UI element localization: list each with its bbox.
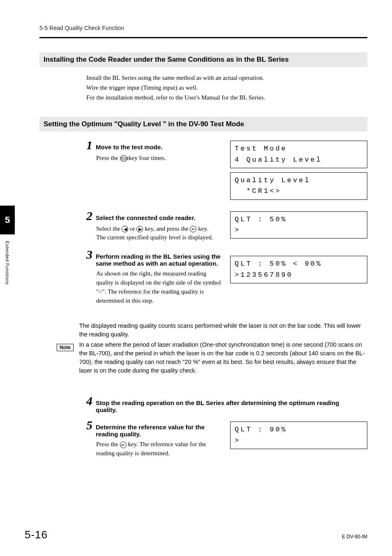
doc-id: E DV-90-IM — [342, 534, 367, 540]
lcd-2-l2: *CR1<> — [235, 187, 281, 195]
chapter-label: Extended Functions — [5, 241, 10, 285]
step-5-number: 5 — [86, 419, 92, 431]
note-p1: The displayed reading quality counts sca… — [79, 322, 367, 339]
right-arrow-key-icon: ▶ — [136, 226, 143, 232]
step-2-text-a: Select the — [96, 225, 122, 232]
lcd-5-l2: > — [235, 437, 240, 445]
step-5-body: Press the ↵ key. The reference value for… — [96, 440, 222, 458]
section-heading-2: Setting the Optimum "Quality Level " in … — [39, 117, 367, 132]
lcd-3-l1: QLT : 50% — [235, 215, 287, 223]
step-2-text-d: key. — [196, 225, 208, 232]
step-3-number: 3 — [86, 248, 92, 261]
step-2-heading: 2 Select the connected code reader. — [86, 210, 222, 222]
lcd-box-3: QLT : 50% > — [230, 211, 367, 239]
step-3-heading: 3 Perform reading in the BL Series using… — [86, 248, 222, 267]
step-2-text-b: or — [128, 225, 136, 232]
step-2-text-c: key, and press the — [143, 225, 190, 232]
step-5-title: Determine the reference value for the re… — [96, 424, 222, 438]
step-1-number: 1 — [86, 139, 92, 151]
enter-key-icon-2: ↵ — [120, 442, 127, 448]
step-2-body: Select the ◀ or ▶ key, and press the ↵ k… — [96, 225, 222, 243]
step-2-title: Select the connected code reader. — [96, 214, 222, 221]
step-5-heading: 5 Determine the reference value for the … — [86, 419, 222, 438]
lcd-box-2: Quality Level *CR1<> — [230, 172, 367, 200]
footer: 5-16 E DV-90-IM — [25, 528, 367, 541]
enter-key-icon: ↵ — [190, 226, 196, 232]
lcd-box-5: QLT : 90% > — [230, 422, 367, 449]
step-5-text-a: Press the — [96, 441, 120, 447]
lcd-5-l1: QLT : 90% — [235, 426, 287, 433]
step-4-heading: 4 Stop the reading operation on the BL S… — [86, 395, 366, 413]
step-1-text-b: key four times. — [127, 155, 166, 161]
section1-p3: For the installation method, refer to th… — [86, 93, 357, 102]
step-3-title: Perform reading in the BL Series using t… — [96, 253, 222, 267]
step-4-title: Stop the reading operation on the BL Ser… — [96, 399, 359, 413]
lcd-1-l1: Test Mode — [235, 145, 287, 153]
note-text: The displayed reading quality counts sca… — [79, 322, 367, 377]
chapter-number-tab: 5 — [0, 206, 15, 234]
section1-p2: Wire the trigger input (Timing input) as… — [86, 83, 357, 93]
lcd-3-l2: > — [235, 226, 240, 234]
header-rule — [39, 37, 367, 38]
note-badge: Note — [57, 344, 74, 351]
lcd-2-l1: Quality Level — [235, 176, 311, 184]
section-heading-1: Installing the Code Reader under the Sam… — [39, 52, 367, 67]
lcd-box-4: QLT : 50% < 90% >123567890 — [230, 256, 367, 283]
note-block: Note The displayed reading quality count… — [57, 322, 367, 377]
step-3-body: As shown on the right, the measured read… — [96, 269, 222, 305]
step-2-number: 2 — [86, 210, 92, 222]
step-4-number: 4 — [86, 395, 92, 407]
lcd-box-1: Test Mode 4 Quality Level — [230, 141, 367, 168]
lcd-4-l1: QLT : 50% < 90% — [235, 260, 322, 268]
step-1-text-a: Press the — [96, 155, 120, 161]
step-2-text-e: The current specified quality level is d… — [96, 233, 222, 242]
section1-body: Install the BL Series using the same met… — [86, 74, 357, 102]
breadcrumb: 5-5 Read Quality Check Function — [39, 25, 367, 31]
note-p2: In a case where the period of laser irra… — [79, 341, 367, 375]
left-arrow-key-icon: ◀ — [122, 226, 128, 232]
side-tab: 5 Extended Functions — [0, 206, 15, 285]
step-1-body: Press the TEST key four times. — [96, 154, 222, 163]
lcd-4-l2: >123567890 — [235, 271, 293, 279]
step-1-heading: 1 Move to the test mode. — [86, 139, 222, 151]
step-1-title: Move to the test mode. — [96, 144, 222, 151]
lcd-1-l2: 4 Quality Level — [235, 156, 322, 164]
section1-p1: Install the BL Series using the same met… — [86, 74, 357, 83]
test-key-icon: TEST — [120, 155, 127, 162]
page-number: 5-16 — [25, 528, 48, 541]
